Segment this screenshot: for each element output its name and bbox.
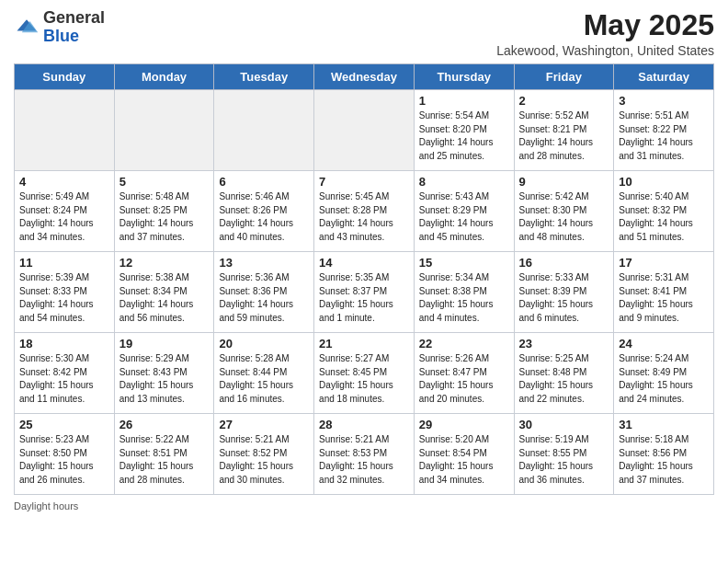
day-number: 20 — [219, 337, 309, 350]
day-info: Sunrise: 5:43 AM Sunset: 8:29 PM Dayligh… — [419, 190, 509, 244]
day-number: 1 — [419, 94, 509, 108]
day-number: 13 — [219, 256, 309, 270]
col-header-sunday: Sunday — [15, 64, 115, 90]
calendar-cell: 3Sunrise: 5:51 AM Sunset: 8:22 PM Daylig… — [614, 90, 714, 171]
calendar-cell: 22Sunrise: 5:26 AM Sunset: 8:47 PM Dayli… — [414, 333, 514, 414]
page: General Blue May 2025 Lakewood, Washingt… — [0, 0, 728, 563]
day-info: Sunrise: 5:23 AM Sunset: 8:50 PM Dayligh… — [19, 433, 109, 487]
week-row-5: 25Sunrise: 5:23 AM Sunset: 8:50 PM Dayli… — [15, 414, 714, 495]
day-info: Sunrise: 5:40 AM Sunset: 8:32 PM Dayligh… — [619, 190, 709, 244]
day-number: 16 — [519, 256, 609, 270]
calendar-cell: 25Sunrise: 5:23 AM Sunset: 8:50 PM Dayli… — [15, 414, 115, 495]
day-info: Sunrise: 5:20 AM Sunset: 8:54 PM Dayligh… — [419, 433, 509, 487]
col-header-saturday: Saturday — [614, 64, 714, 90]
header: General Blue May 2025 Lakewood, Washingt… — [14, 9, 714, 58]
location: Lakewood, Washington, United States — [496, 43, 714, 58]
calendar-cell: 1Sunrise: 5:54 AM Sunset: 8:20 PM Daylig… — [414, 90, 514, 171]
week-row-1: 1Sunrise: 5:54 AM Sunset: 8:20 PM Daylig… — [15, 90, 714, 171]
week-row-2: 4Sunrise: 5:49 AM Sunset: 8:24 PM Daylig… — [15, 171, 714, 252]
calendar-cell — [314, 90, 415, 171]
day-info: Sunrise: 5:29 AM Sunset: 8:43 PM Dayligh… — [119, 352, 210, 406]
calendar-cell: 21Sunrise: 5:27 AM Sunset: 8:45 PM Dayli… — [314, 333, 415, 414]
day-number: 5 — [119, 175, 210, 189]
calendar-cell: 19Sunrise: 5:29 AM Sunset: 8:43 PM Dayli… — [114, 333, 214, 414]
day-number: 19 — [119, 337, 210, 350]
day-info: Sunrise: 5:28 AM Sunset: 8:44 PM Dayligh… — [219, 352, 309, 406]
calendar-cell: 20Sunrise: 5:28 AM Sunset: 8:44 PM Dayli… — [214, 333, 314, 414]
calendar-cell: 18Sunrise: 5:30 AM Sunset: 8:42 PM Dayli… — [15, 333, 115, 414]
day-number: 28 — [319, 418, 409, 431]
logo-text: General Blue — [43, 9, 105, 46]
day-info: Sunrise: 5:34 AM Sunset: 8:38 PM Dayligh… — [419, 271, 509, 325]
week-row-4: 18Sunrise: 5:30 AM Sunset: 8:42 PM Dayli… — [15, 333, 714, 414]
day-number: 31 — [619, 418, 709, 431]
day-info: Sunrise: 5:35 AM Sunset: 8:37 PM Dayligh… — [319, 271, 409, 325]
day-info: Sunrise: 5:24 AM Sunset: 8:49 PM Dayligh… — [619, 352, 709, 406]
calendar-cell: 27Sunrise: 5:21 AM Sunset: 8:52 PM Dayli… — [214, 414, 314, 495]
calendar-cell: 28Sunrise: 5:21 AM Sunset: 8:53 PM Dayli… — [314, 414, 415, 495]
calendar-cell — [15, 90, 115, 171]
calendar-table: SundayMondayTuesdayWednesdayThursdayFrid… — [14, 63, 714, 495]
calendar-cell: 5Sunrise: 5:48 AM Sunset: 8:25 PM Daylig… — [114, 171, 214, 252]
day-info: Sunrise: 5:27 AM Sunset: 8:45 PM Dayligh… — [319, 352, 409, 406]
title-block: May 2025 Lakewood, Washington, United St… — [496, 9, 714, 58]
calendar-cell: 7Sunrise: 5:45 AM Sunset: 8:28 PM Daylig… — [314, 171, 415, 252]
day-number: 3 — [619, 94, 709, 108]
col-header-tuesday: Tuesday — [214, 64, 314, 90]
day-info: Sunrise: 5:42 AM Sunset: 8:30 PM Dayligh… — [519, 190, 609, 244]
day-number: 14 — [319, 256, 409, 270]
calendar-cell — [214, 90, 314, 171]
day-info: Sunrise: 5:51 AM Sunset: 8:22 PM Dayligh… — [619, 109, 709, 163]
col-header-wednesday: Wednesday — [314, 64, 415, 90]
calendar-cell: 10Sunrise: 5:40 AM Sunset: 8:32 PM Dayli… — [614, 171, 714, 252]
day-info: Sunrise: 5:52 AM Sunset: 8:21 PM Dayligh… — [519, 109, 609, 163]
day-number: 2 — [519, 94, 609, 108]
day-info: Sunrise: 5:21 AM Sunset: 8:53 PM Dayligh… — [319, 433, 409, 487]
day-info: Sunrise: 5:30 AM Sunset: 8:42 PM Dayligh… — [19, 352, 109, 406]
day-info: Sunrise: 5:18 AM Sunset: 8:56 PM Dayligh… — [619, 433, 709, 487]
calendar-cell: 16Sunrise: 5:33 AM Sunset: 8:39 PM Dayli… — [514, 252, 614, 333]
day-number: 30 — [519, 418, 609, 431]
calendar-cell: 14Sunrise: 5:35 AM Sunset: 8:37 PM Dayli… — [314, 252, 415, 333]
calendar-cell: 4Sunrise: 5:49 AM Sunset: 8:24 PM Daylig… — [15, 171, 115, 252]
day-number: 18 — [19, 337, 109, 350]
day-number: 29 — [419, 418, 509, 431]
day-info: Sunrise: 5:39 AM Sunset: 8:33 PM Dayligh… — [19, 271, 109, 325]
calendar-cell: 23Sunrise: 5:25 AM Sunset: 8:48 PM Dayli… — [514, 333, 614, 414]
day-info: Sunrise: 5:46 AM Sunset: 8:26 PM Dayligh… — [219, 190, 309, 244]
day-number: 8 — [419, 175, 509, 189]
calendar-cell: 30Sunrise: 5:19 AM Sunset: 8:55 PM Dayli… — [514, 414, 614, 495]
day-info: Sunrise: 5:26 AM Sunset: 8:47 PM Dayligh… — [419, 352, 509, 406]
day-info: Sunrise: 5:38 AM Sunset: 8:34 PM Dayligh… — [119, 271, 210, 325]
footer: Daylight hours — [14, 500, 714, 511]
col-header-friday: Friday — [514, 64, 614, 90]
day-info: Sunrise: 5:33 AM Sunset: 8:39 PM Dayligh… — [519, 271, 609, 325]
day-info: Sunrise: 5:25 AM Sunset: 8:48 PM Dayligh… — [519, 352, 609, 406]
calendar-cell: 2Sunrise: 5:52 AM Sunset: 8:21 PM Daylig… — [514, 90, 614, 171]
calendar-cell: 13Sunrise: 5:36 AM Sunset: 8:36 PM Dayli… — [214, 252, 314, 333]
day-info: Sunrise: 5:49 AM Sunset: 8:24 PM Dayligh… — [19, 190, 109, 244]
col-header-thursday: Thursday — [414, 64, 514, 90]
logo-blue: Blue — [43, 27, 79, 45]
day-info: Sunrise: 5:45 AM Sunset: 8:28 PM Dayligh… — [319, 190, 409, 244]
calendar-cell: 11Sunrise: 5:39 AM Sunset: 8:33 PM Dayli… — [15, 252, 115, 333]
daylight-hours-label: Daylight hours — [14, 500, 78, 511]
calendar-cell: 29Sunrise: 5:20 AM Sunset: 8:54 PM Dayli… — [414, 414, 514, 495]
day-number: 11 — [19, 256, 109, 270]
day-info: Sunrise: 5:22 AM Sunset: 8:51 PM Dayligh… — [119, 433, 210, 487]
calendar-cell: 17Sunrise: 5:31 AM Sunset: 8:41 PM Dayli… — [614, 252, 714, 333]
calendar-header-row: SundayMondayTuesdayWednesdayThursdayFrid… — [15, 64, 714, 90]
day-number: 25 — [19, 418, 109, 431]
calendar-cell — [114, 90, 214, 171]
logo-icon — [14, 15, 40, 40]
day-number: 15 — [419, 256, 509, 270]
day-number: 17 — [619, 256, 709, 270]
calendar-cell: 6Sunrise: 5:46 AM Sunset: 8:26 PM Daylig… — [214, 171, 314, 252]
day-number: 9 — [519, 175, 609, 189]
month-title: May 2025 — [496, 9, 714, 41]
day-number: 21 — [319, 337, 409, 350]
day-info: Sunrise: 5:31 AM Sunset: 8:41 PM Dayligh… — [619, 271, 709, 325]
day-info: Sunrise: 5:36 AM Sunset: 8:36 PM Dayligh… — [219, 271, 309, 325]
day-info: Sunrise: 5:21 AM Sunset: 8:52 PM Dayligh… — [219, 433, 309, 487]
calendar-cell: 15Sunrise: 5:34 AM Sunset: 8:38 PM Dayli… — [414, 252, 514, 333]
